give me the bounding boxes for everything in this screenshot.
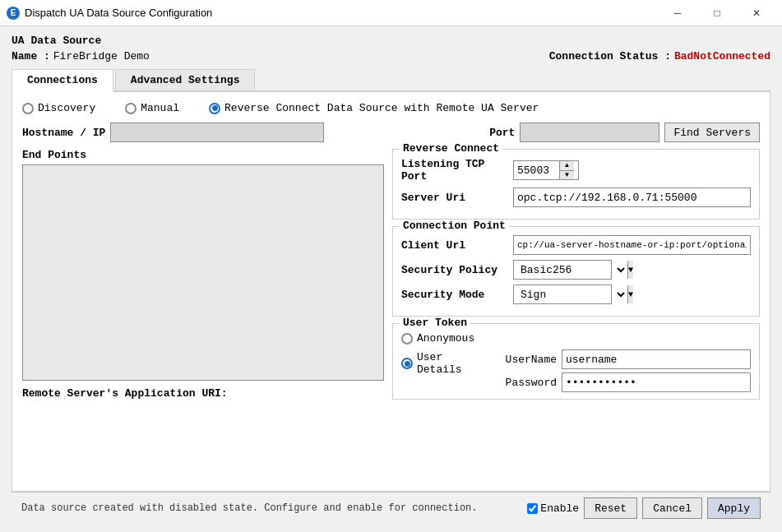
radio-user-details-circle [401,358,413,369]
spin-up-button[interactable]: ▲ [560,161,574,171]
hostname-field: Hostname / IP [22,123,324,142]
radio-discovery-circle [22,103,34,114]
app-icon: E [7,7,20,20]
connection-status-label: Connection Status : [549,50,671,62]
server-uri-label: Server Uri [401,192,508,204]
left-column: End Points Remote Server's Application U… [22,149,384,400]
user-token-section: User Token Anonymous User Details [392,323,760,400]
client-url-input[interactable] [513,235,751,255]
security-policy-select[interactable]: None Basic256 Basic128Rsa15 Basic256Sha2… [514,261,627,279]
listening-port-input[interactable] [514,161,559,179]
titlebar-controls: ─ □ ✕ [659,0,775,26]
security-policy-label: Security Policy [401,264,508,276]
name-label: Name : [12,50,50,62]
endpoints-label: End Points [22,149,384,161]
enable-checkbox[interactable] [527,503,538,514]
security-mode-label: Security Mode [401,289,508,301]
user-details-area: User Details UserName Password [401,349,751,392]
user-token-content: Anonymous User Details UserName [401,332,751,392]
password-row: Password [499,372,751,392]
radio-manual-circle [125,103,137,114]
security-policy-select-wrapper[interactable]: None Basic256 Basic128Rsa15 Basic256Sha2… [513,260,612,280]
remote-server-label: Remote Server's Application URI: [22,387,384,400]
cancel-button[interactable]: Cancel [642,497,702,519]
name-row: Name : FireBridge Demo [12,50,150,62]
security-mode-select[interactable]: None Sign SignAndEncrypt [514,285,627,303]
reverse-connect-title: Reverse Connect [400,142,502,155]
main-content: End Points Remote Server's Application U… [22,149,760,400]
window-title: Dispatch UA Data Source Configuration [25,7,212,19]
spinbox-arrows: ▲ ▼ [559,161,574,179]
enable-label: Enable [540,502,579,515]
connection-point-section: Connection Point Client Url Security Pol… [392,226,760,317]
connection-point-title: Connection Point [400,220,509,232]
radio-discovery[interactable]: Discovery [22,102,95,114]
close-button[interactable]: ✕ [738,0,775,26]
password-input[interactable] [562,372,751,392]
port-input[interactable] [520,123,659,142]
user-token-title: User Token [400,317,470,329]
meta-row: Name : FireBridge Demo Connection Status… [12,50,770,62]
client-url-label: Client Url [401,239,508,252]
connections-panel: Discovery Manual Reverse Connect Data So… [12,92,770,492]
connection-status-value: BadNotConnected [674,50,770,62]
security-mode-row: Security Mode None Sign SignAndEncrypt ▼ [401,285,751,304]
bottom-bar: Data source created with disabled state.… [12,492,770,524]
connection-type-row: Discovery Manual Reverse Connect Data So… [22,102,760,114]
connection-point-fields: Client Url Security Policy None Basic256… [401,235,751,304]
port-label: Port [489,127,515,139]
apply-button[interactable]: Apply [707,497,761,519]
username-row: UserName [499,349,751,369]
spin-down-button[interactable]: ▼ [560,171,574,180]
bottom-actions: Enable Reset Cancel Apply [527,497,761,519]
radio-reverse-circle [209,103,220,114]
listening-port-row: Listening TCP Port ▲ ▼ [401,158,751,183]
hostname-label: Hostname / IP [22,127,105,139]
connection-status-row: Connection Status : BadNotConnected [549,50,770,62]
server-uri-input[interactable] [513,187,751,207]
radio-manual-label: Manual [141,102,179,114]
endpoints-box [22,164,384,381]
titlebar: E Dispatch UA Data Source Configuration … [0,0,782,26]
radio-manual[interactable]: Manual [125,102,179,114]
reset-button[interactable]: Reset [584,497,637,519]
listening-port-label: Listening TCP Port [401,158,508,183]
window-body: UA Data Source Name : FireBridge Demo Co… [0,26,782,532]
security-policy-arrow: ▼ [627,261,633,279]
radio-reverse-connect[interactable]: Reverse Connect Data Source with Remote … [209,102,539,114]
radio-user-details-label: User Details [417,351,478,376]
tab-bar: Connections Advanced Settings [12,69,770,92]
find-servers-button[interactable]: Find Servers [664,123,760,142]
tab-advanced-settings[interactable]: Advanced Settings [115,69,256,90]
radio-anonymous[interactable]: Anonymous [401,332,751,345]
port-section: Port Find Servers [489,123,760,142]
username-label: UserName [499,354,557,366]
reverse-connect-fields: Listening TCP Port ▲ ▼ Server Uri [401,158,751,207]
enable-checkbox-label[interactable]: Enable [527,502,579,515]
status-text: Data source created with disabled state.… [21,502,478,514]
radio-discovery-label: Discovery [38,102,95,114]
security-policy-row: Security Policy None Basic256 Basic128Rs… [401,260,751,280]
security-mode-arrow: ▼ [627,285,633,303]
maximize-button[interactable]: □ [698,0,736,26]
hostname-input[interactable] [110,123,324,142]
name-value: FireBridge Demo [53,50,150,62]
client-url-row: Client Url [401,235,751,255]
radio-anonymous-circle [401,333,413,345]
user-fields: UserName Password [483,349,751,392]
radio-anonymous-label: Anonymous [417,332,474,345]
titlebar-left: E Dispatch UA Data Source Configuration [7,7,212,20]
listening-port-spinbox[interactable]: ▲ ▼ [513,160,579,180]
radio-reverse-label: Reverse Connect Data Source with Remote … [224,102,539,114]
right-column: Reverse Connect Listening TCP Port ▲ ▼ [392,149,760,400]
security-mode-select-wrapper[interactable]: None Sign SignAndEncrypt ▼ [513,285,612,304]
password-label: Password [499,377,557,389]
tab-connections[interactable]: Connections [12,69,113,92]
minimize-button[interactable]: ─ [659,0,696,26]
server-uri-row: Server Uri [401,187,751,207]
radio-user-details[interactable]: User Details [401,351,478,376]
reverse-connect-section: Reverse Connect Listening TCP Port ▲ ▼ [392,149,760,220]
username-input[interactable] [562,349,751,369]
ua-data-source-header: UA Data Source [12,35,770,47]
